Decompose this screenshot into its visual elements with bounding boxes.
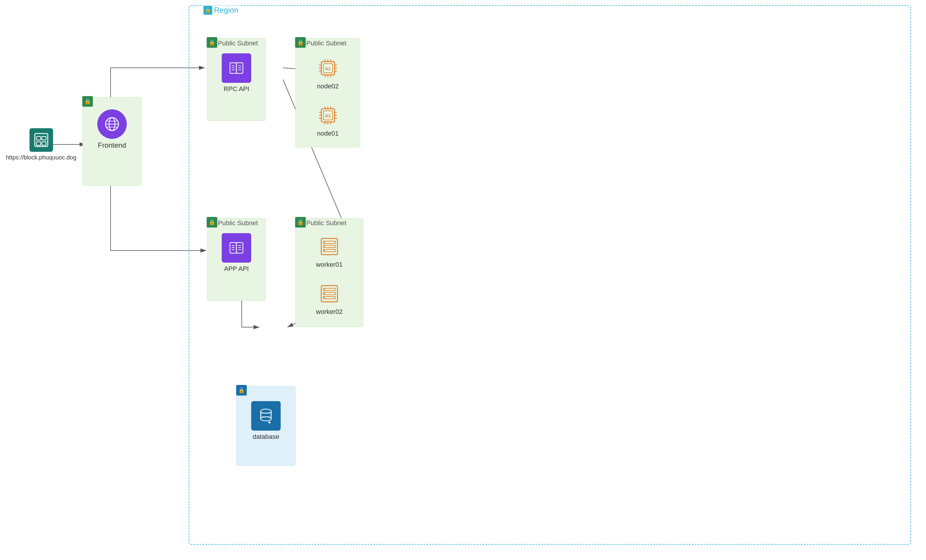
svg-point-65 (324, 242, 325, 243)
node01-label: node01 (317, 130, 339, 137)
rpc-api-icon (222, 53, 251, 83)
nodes-subnet-label: Public Subnet (306, 38, 346, 48)
svg-point-67 (324, 250, 325, 251)
svg-rect-71 (323, 297, 335, 299)
nodes-subnet: 🔒 Public Subnet A1 (295, 38, 360, 147)
source-node: https://block.phuquuoc.dog (6, 128, 76, 161)
rpc-subnet: 🔒 Public Subnet RPC API (207, 38, 266, 121)
database-container: database (251, 401, 281, 440)
rpc-api-container: RPC API (222, 53, 251, 93)
database-subnet: 🔒 (236, 386, 295, 466)
database-label: database (253, 433, 280, 440)
node02-label: node02 (317, 83, 339, 90)
diagram: https://block.phuquuoc.dog 🔒 Frontend 🔒 … (0, 0, 926, 560)
svg-rect-9 (42, 142, 46, 145)
svg-rect-62 (323, 241, 335, 244)
region-label-container: 🔒 Region (201, 6, 241, 15)
source-label: https://block.phuquuoc.dog (6, 154, 76, 161)
svg-point-75 (260, 409, 271, 413)
worker02-icon (316, 280, 343, 307)
database-icon (251, 401, 281, 431)
svg-rect-6 (36, 136, 41, 140)
frontend-lock: 🔒 (82, 96, 93, 107)
app-lock: 🔒 (207, 217, 217, 227)
svg-rect-8 (36, 142, 41, 145)
rpc-api-label: RPC API (224, 85, 250, 93)
workers-lock: 🔒 (295, 217, 306, 227)
frontend-subnet: 🔒 Frontend (83, 97, 142, 186)
app-api-container: APP API (222, 233, 251, 272)
svg-text:A1: A1 (325, 66, 330, 71)
frontend-icon (97, 109, 127, 139)
svg-point-72 (324, 289, 325, 290)
worker02-container: worker02 (316, 280, 343, 316)
svg-point-78 (260, 417, 271, 421)
node02-icon: A1 (315, 55, 341, 81)
region-box: 🔒 Region 🔒 Public Subnet (189, 5, 911, 545)
region-lock-icon: 🔒 (203, 6, 212, 15)
svg-rect-70 (323, 292, 335, 295)
source-icon (29, 128, 53, 152)
frontend-label: Frontend (98, 141, 126, 150)
region-label-text: Region (214, 6, 238, 15)
rpc-subnet-label: Public Subnet (218, 38, 258, 48)
node01-icon: A1 (315, 102, 341, 129)
app-subnet-label: Public Subnet (218, 218, 258, 228)
node01-container: A1 node01 (315, 102, 341, 137)
svg-point-66 (324, 246, 325, 247)
worker01-container: worker01 (316, 233, 343, 268)
node02-container: A1 (315, 55, 341, 90)
frontend-container: Frontend (97, 109, 127, 150)
rpc-lock: 🔒 (207, 37, 217, 48)
database-lock: 🔒 (236, 385, 247, 395)
worker02-label: worker02 (316, 308, 343, 316)
worker01-label: worker01 (316, 261, 343, 268)
workers-subnet: 🔒 Public Subnet (295, 218, 363, 327)
svg-rect-69 (323, 288, 335, 291)
workers-subnet-label: Public Subnet (306, 218, 346, 228)
svg-rect-64 (323, 249, 335, 252)
app-subnet: 🔒 Public Subnet APP API (207, 218, 266, 301)
svg-rect-63 (323, 245, 335, 248)
svg-point-73 (324, 293, 325, 294)
app-api-label: APP API (224, 265, 249, 272)
svg-text:A1: A1 (325, 114, 330, 118)
svg-rect-7 (42, 136, 46, 140)
app-api-icon (222, 233, 251, 263)
worker01-icon (316, 233, 343, 260)
svg-point-74 (324, 297, 325, 298)
nodes-lock: 🔒 (295, 37, 306, 48)
